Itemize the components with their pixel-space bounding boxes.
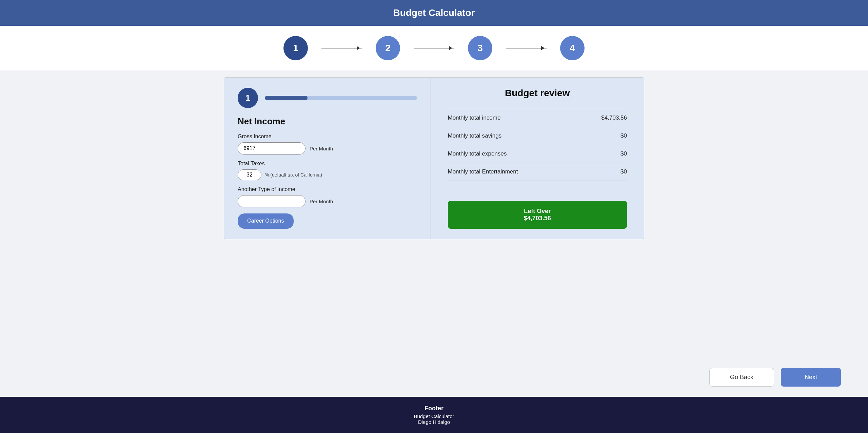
another-per-month-label: Per Month <box>310 199 333 204</box>
go-back-button[interactable]: Go Back <box>709 368 774 387</box>
review-row-entertainment: Monthly total Entertainment $0 <box>448 163 627 181</box>
step-4-circle[interactable]: 4 <box>560 36 585 60</box>
progress-bar-fill <box>265 96 308 100</box>
main-content: 1 Net Income Gross Income Per Month Tota… <box>0 70 868 361</box>
step-1-circle[interactable]: 1 <box>283 36 308 60</box>
progress-row: 1 <box>238 88 417 108</box>
footer-line1: Budget Calculator <box>0 413 868 419</box>
review-value-income: $4,703.56 <box>601 115 627 121</box>
review-value-entertainment: $0 <box>620 168 627 175</box>
step-3-circle[interactable]: 3 <box>468 36 492 60</box>
gross-per-month-label: Per Month <box>310 146 333 151</box>
left-over-bar: Left Over $4,703.56 <box>448 201 627 229</box>
left-over-label: Left Over <box>455 208 620 215</box>
gross-income-row: Per Month <box>238 142 417 154</box>
footer-title: Footer <box>0 405 868 412</box>
review-value-expenses: $0 <box>620 150 627 157</box>
left-panel: 1 Net Income Gross Income Per Month Tota… <box>224 78 431 239</box>
review-row-expenses: Monthly total expenses $0 <box>448 145 627 163</box>
review-value-savings: $0 <box>620 132 627 139</box>
section-title: Net Income <box>238 116 417 127</box>
arrow-1 <box>321 48 362 48</box>
app-title: Budget Calculator <box>393 7 475 18</box>
step-2-circle[interactable]: 2 <box>376 36 400 60</box>
calculator-card: 1 Net Income Gross Income Per Month Tota… <box>224 77 644 239</box>
tax-note: % (defualt tax of California) <box>265 172 322 178</box>
review-label-income: Monthly total income <box>448 115 501 121</box>
total-taxes-label: Total Taxes <box>238 161 417 167</box>
review-label-entertainment: Monthly total Entertainment <box>448 168 518 175</box>
next-button[interactable]: Next <box>781 368 841 387</box>
arrow-2 <box>414 48 454 48</box>
app-header: Budget Calculator <box>0 0 868 26</box>
tax-row: % (defualt tax of California) <box>238 169 417 180</box>
another-income-label: Another Type of Income <box>238 186 417 192</box>
budget-review-title: Budget review <box>448 88 627 99</box>
right-panel: Budget review Monthly total income $4,70… <box>431 78 644 239</box>
review-row-savings: Monthly total savings $0 <box>448 127 627 145</box>
arrow-3 <box>506 48 547 48</box>
review-label-savings: Monthly total savings <box>448 132 502 139</box>
another-income-input[interactable] <box>238 195 305 207</box>
tax-input[interactable] <box>238 169 261 180</box>
another-income-row: Per Month <box>238 195 417 207</box>
review-label-expenses: Monthly total expenses <box>448 150 507 157</box>
gross-income-input[interactable] <box>238 142 305 154</box>
left-over-amount: $4,703.56 <box>455 215 620 222</box>
app-footer: Footer Budget Calculator Diego Hidalgo <box>0 397 868 433</box>
steps-container: 1 2 3 4 <box>0 26 868 70</box>
career-options-button[interactable]: Career Options <box>238 213 294 229</box>
review-row-income: Monthly total income $4,703.56 <box>448 109 627 127</box>
footer-line2: Diego Hidalgo <box>0 419 868 425</box>
progress-bar-container <box>265 96 417 100</box>
gross-income-label: Gross Income <box>238 133 417 140</box>
panel-step-circle: 1 <box>238 88 258 108</box>
review-rows: Monthly total income $4,703.56 Monthly t… <box>448 109 627 193</box>
nav-buttons: Go Back Next <box>0 361 868 397</box>
